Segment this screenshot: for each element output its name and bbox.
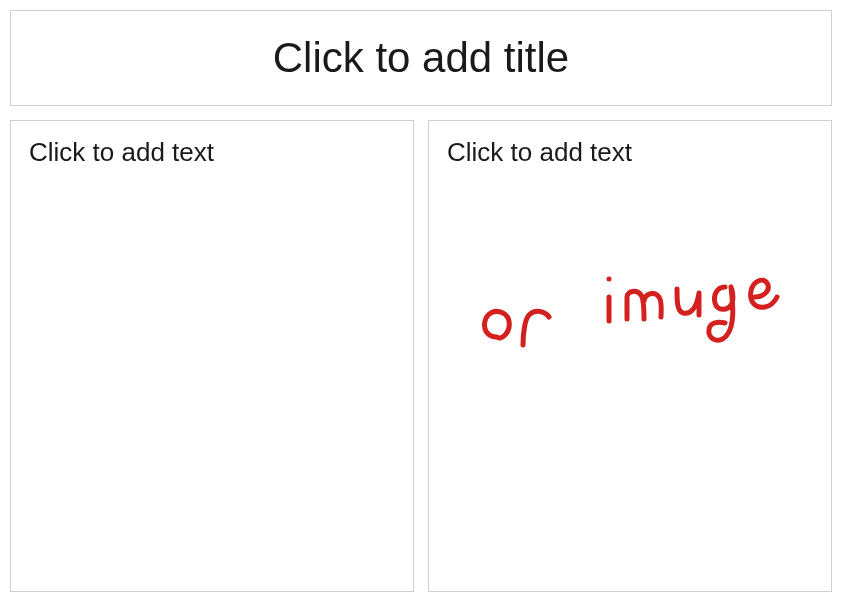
right-content-placeholder-text: Click to add text xyxy=(447,137,632,167)
right-content-placeholder-box[interactable]: Click to add text or image xyxy=(428,120,832,592)
content-row: Click to add text Click to add text or i… xyxy=(10,120,832,592)
title-placeholder-box[interactable]: Click to add title xyxy=(10,10,832,106)
left-content-placeholder-box[interactable]: Click to add text xyxy=(10,120,414,592)
svg-point-0 xyxy=(607,277,612,282)
title-placeholder-text: Click to add title xyxy=(273,34,569,82)
handwritten-annotation: or image xyxy=(469,261,829,371)
ink-icon xyxy=(469,261,829,371)
left-content-placeholder-text: Click to add text xyxy=(29,137,214,167)
slide-canvas: Click to add title Click to add text Cli… xyxy=(10,10,832,592)
